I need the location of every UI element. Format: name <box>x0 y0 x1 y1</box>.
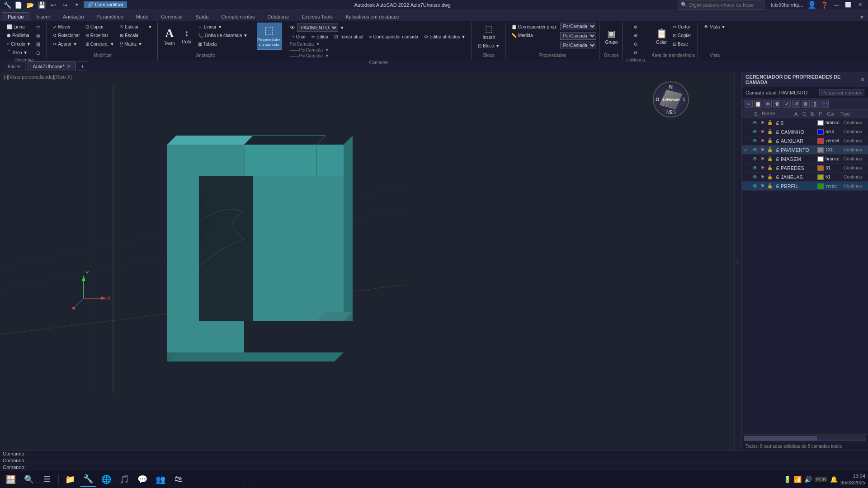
taskbar-teams[interactable]: 👥 <box>152 472 169 487</box>
lt-settings[interactable]: ⚙ <box>802 100 810 108</box>
layer-row-pavimento[interactable]: ✓ 👁 ☀ 🔓 🖨 PAVIMENTO 131 Contínua <box>742 145 868 155</box>
panel-hscroll[interactable] <box>744 436 866 441</box>
btn-mover[interactable]: ⤢Mover <box>51 23 82 31</box>
lt-delete[interactable]: 🗑 <box>773 100 781 108</box>
btn-copiar[interactable]: ⊡Copiar <box>83 23 117 31</box>
group-label-modify[interactable]: Modificar <box>94 53 112 58</box>
tab-saida[interactable]: Saída <box>190 12 215 21</box>
lt-more[interactable]: ⋯ <box>821 100 829 108</box>
lt-current[interactable]: ✓ <box>783 100 791 108</box>
btn-util4[interactable]: ⊘ <box>632 48 640 56</box>
prop-select1[interactable]: PorCamada <box>560 23 596 30</box>
btn-retangulo[interactable]: ▭ <box>34 23 44 31</box>
qa-new[interactable]: 📄 <box>13 0 23 10</box>
btn-matriz[interactable]: ⣿Matriz ▼ <box>118 40 145 48</box>
taskbar-browser[interactable]: 🌐 <box>98 472 114 487</box>
maximize-btn[interactable]: ⬜ <box>844 1 853 9</box>
share-btn[interactable]: 🔗 Compartilhar <box>84 1 127 8</box>
btn-linha-chamada[interactable]: 📞Linha de chamada ▼ <box>196 31 250 39</box>
qa-undo[interactable]: ↩ <box>48 0 58 10</box>
btn-vista[interactable]: 👁Vista ▼ <box>702 23 728 31</box>
tab-inserir[interactable]: Inserir <box>30 12 56 21</box>
lt-freeze[interactable]: ❄ <box>764 100 772 108</box>
tab-express[interactable]: Express Tools <box>296 12 339 21</box>
tab-iniciar[interactable]: Iniciar <box>3 62 26 71</box>
porcamada-dropdown2[interactable]: ▼ <box>325 47 329 52</box>
btn-gradient[interactable]: ▨ <box>34 40 44 48</box>
layer-row-janelas[interactable]: 👁 ☀ 🔓 🖨 JANELAS 51 Contínua <box>742 173 868 182</box>
taskbar-volume[interactable]: 🔊 <box>804 476 812 483</box>
btn-arco[interactable]: ⌒Arco ▼ <box>5 48 33 56</box>
lt-new[interactable]: + <box>745 100 753 108</box>
porcamada-dropdown1[interactable]: ▼ <box>316 42 320 47</box>
taskbar-search[interactable]: 🔍 <box>21 472 37 487</box>
btn-copiar2[interactable]: ⊡Copiar <box>670 31 693 39</box>
btn-inserir[interactable]: ⬚ Inserir <box>476 23 502 41</box>
tab-anotacao[interactable]: Anotação <box>57 12 90 21</box>
taskbar-keyboard[interactable]: POR <box>815 477 827 482</box>
btn-circulo[interactable]: ○Círculo ▼ <box>5 40 33 48</box>
layer-row-auxiliar[interactable]: 👁 ☀ 🔓 🖨 AUXILIAR vermel. Contínua <box>742 136 868 145</box>
taskbar-store[interactable]: 🛍 <box>170 472 187 487</box>
group-label-util[interactable]: Utilitários <box>626 57 645 62</box>
group-label-annot[interactable]: Anotação <box>196 53 215 58</box>
layer-select[interactable]: PAVIMENTO <box>297 23 338 32</box>
layer-dropdown[interactable]: ▼ <box>340 25 344 30</box>
btn-cota[interactable]: ↕ Cota <box>179 23 195 50</box>
btn-match-props[interactable]: 📋Corresponder prop. <box>509 23 560 31</box>
btn-util1[interactable]: ⊕ <box>632 23 640 31</box>
taskbar-explorer[interactable]: 📁 <box>62 472 78 487</box>
lt-new2[interactable]: 📋 <box>754 100 762 108</box>
btn-espelhar[interactable]: ⊟Espelhar <box>83 31 117 39</box>
group-label-groups[interactable]: Grupos <box>604 53 619 58</box>
tab-apps[interactable]: Aplicativos em destaque <box>340 12 405 21</box>
ribbon-toggle[interactable]: ▼ <box>858 14 866 21</box>
layer-search-input[interactable] <box>819 89 864 96</box>
btn-concord[interactable]: ⊞Concord. ▼ <box>83 40 117 48</box>
tab-colaborar[interactable]: Colaborar <box>261 12 295 21</box>
group-label-block[interactable]: Bloco <box>483 53 495 58</box>
btn-criar-camada[interactable]: +Criar <box>290 33 308 41</box>
btn-region[interactable]: ◻ <box>34 48 44 56</box>
layer-row-caminho[interactable]: 👁 ☀ 🔓 🖨 CAMINHO azul Contínua <box>742 127 868 136</box>
btn-escala[interactable]: ⊠Escala <box>118 31 145 39</box>
btn-prop-camada[interactable]: ⬚ Propriedadesda camada <box>257 23 282 50</box>
btn-more-modify[interactable]: ▼ <box>146 23 155 31</box>
layer-row-perfil[interactable]: 👁 ☀ 🔓 🖨 PERFIL verde Contínua <box>742 182 868 191</box>
lt-refresh[interactable]: ↺ <box>792 100 800 108</box>
taskbar-discord[interactable]: 💬 <box>134 472 151 487</box>
btn-linear[interactable]: ↔Linear ▼ <box>196 23 250 31</box>
btn-esticar[interactable]: ⇱Esticar <box>118 23 145 31</box>
btn-cortar[interactable]: ✂Cortar <box>670 23 693 31</box>
porcamada-dropdown3[interactable]: ▼ <box>325 53 329 58</box>
taskbar-start[interactable]: 🪟 <box>3 472 19 487</box>
btn-rotacionar[interactable]: ↺Rotacionar <box>51 31 82 39</box>
close-btn[interactable]: ✕ <box>855 1 864 9</box>
qa-redo[interactable]: ↪ <box>60 0 70 10</box>
help-icon[interactable]: ❓ <box>819 0 829 10</box>
btn-hatch[interactable]: ▤ <box>34 31 44 39</box>
qa-open[interactable]: 📂 <box>25 0 35 10</box>
tab-padrao[interactable]: Padrão <box>2 12 29 21</box>
doc-tab-close[interactable]: ✕ <box>66 63 71 70</box>
layer-row-paredes[interactable]: 👁 ☀ 🔓 🖨 PAREDES 31 Contínua <box>742 164 868 173</box>
btn-tomar-atual[interactable]: ☑Tomar atual <box>332 33 365 41</box>
btn-tabela[interactable]: ▦Tabela <box>196 40 250 48</box>
tab-complementos[interactable]: Complementos <box>215 12 260 21</box>
search-input[interactable] <box>689 2 761 8</box>
btn-polilinha[interactable]: ⬟Polilinha <box>5 31 33 39</box>
btn-medida[interactable]: 📏Medida <box>509 31 560 39</box>
btn-grupo[interactable]: ▣ Grupo <box>603 23 619 50</box>
group-label-clipboard[interactable]: Área de transferência <box>652 53 695 58</box>
taskbar-wifi[interactable]: 📶 <box>794 476 802 483</box>
prop-select2[interactable]: PorCamada <box>560 32 596 40</box>
btn-base[interactable]: ⊟Base <box>670 40 693 48</box>
group-label-props[interactable]: Propriedades <box>539 53 566 58</box>
title-search[interactable]: 🔍 <box>678 0 764 9</box>
compass-cube[interactable]: SUPERIOR <box>660 90 682 109</box>
layer-row-imagem[interactable]: 👁 ☀ 🔓 🖨 IMAGEM branco Contínua <box>742 155 868 164</box>
tab-new[interactable]: + <box>78 61 88 71</box>
taskbar-clock[interactable]: 13:04 30/03/2025 <box>840 473 865 486</box>
tab-modo[interactable]: Modo <box>130 12 155 21</box>
layer-row-0[interactable]: 👁 ☀ 🔓 🖨 0 branco Contínua <box>742 118 868 127</box>
